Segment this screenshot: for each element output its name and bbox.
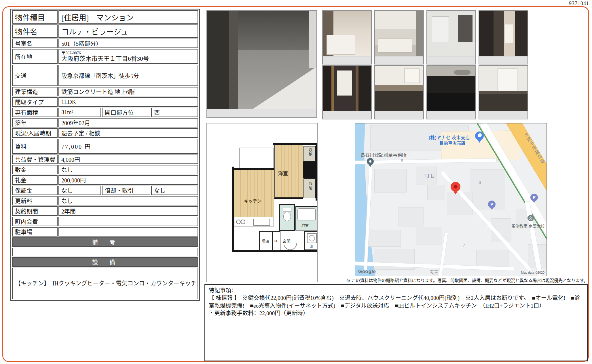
section-banner: 設 備: [12, 257, 198, 267]
section-banner: 備 考: [12, 237, 198, 247]
map-panel[interactable]: (株)ヤナセ 茨木支店 自動車販売店 長谷川登記測量事務所 5 1丁目 6 P …: [355, 123, 547, 276]
thumbnail-caption-strip: [323, 56, 371, 64]
photo-living-window[interactable]: [479, 65, 528, 119]
row-value: なし: [58, 165, 198, 174]
row-value: 501（5階部分）: [58, 39, 198, 48]
map-office-label[interactable]: 長谷川登記測量事務所: [360, 151, 407, 158]
row-value: 77,000 円: [58, 139, 198, 154]
table-row: 号室名501（5階部分）: [12, 39, 198, 48]
notes-fee: ・更新事務手数料：22,000円（更新時）: [209, 310, 584, 317]
kitchen-label: キッチン: [244, 198, 261, 204]
row-value: 鉄筋コンクリート造 地上6階: [58, 87, 198, 96]
floorplan-closet-2: 収納: [303, 178, 316, 198]
floorplan-closet-1: 収納: [303, 146, 316, 161]
photo-hallway-vanity[interactable]: [479, 10, 528, 64]
floorplan-kitchen-counter: [234, 217, 274, 226]
thumbnail-caption-strip: [479, 56, 528, 64]
place-pin-icon[interactable]: [367, 158, 374, 165]
floorplan-bedroom: 洋室: [274, 145, 303, 199]
table-row: 礼金200,000円: [12, 175, 198, 185]
property-table: 物件種目[住居用] マンション物件名コルテ・ビラージュ号室名501（5階部分）所…: [10, 9, 200, 301]
photo-room-door[interactable]: [322, 65, 372, 119]
row-label: 物件名: [12, 24, 58, 38]
row-value: なし: [58, 196, 198, 205]
row-label: 町内会費: [12, 217, 58, 226]
row-value: 〒567-0876大阪府茨木市天王１丁目6番30号: [58, 49, 198, 64]
table-row: [12, 248, 198, 256]
shopping-pin-icon[interactable]: [475, 132, 484, 140]
row-value: [住居用] マンション: [58, 10, 198, 24]
row-label: 物件種目: [12, 10, 58, 24]
table-row: 町内会費: [12, 217, 198, 226]
row-value: 西: [151, 108, 198, 117]
school-icon[interactable]: 文: [528, 215, 534, 221]
table-row: 共益費・管理費4,000円: [12, 155, 198, 164]
photo-washroom[interactable]: [322, 10, 372, 64]
thumbnail-caption-strip: [479, 111, 528, 119]
row-value: 2009年02月: [58, 118, 198, 127]
notes-title: 特記事項：: [209, 287, 584, 294]
row-value: なし: [151, 186, 198, 195]
table-row: 敷金なし: [12, 165, 198, 174]
row-label: 建築構造: [12, 87, 58, 96]
row-value: コルテ・ビラージュ: [58, 24, 198, 38]
row-label: 開口部方位: [102, 108, 150, 117]
entrance-label: 玄関: [282, 238, 291, 244]
water-heater-label: 電温: [262, 239, 269, 244]
table-row: 専有面積31m²開口部方位西: [12, 108, 198, 117]
thumbnail-caption-strip: [323, 111, 371, 119]
map-block-number: 7: [463, 243, 465, 247]
thumbnail-image: [375, 11, 423, 56]
row-label: 敷金: [12, 165, 58, 174]
table-row: 保証金なし償却・敷引なし: [12, 186, 198, 195]
photo-caption-strip: [207, 109, 316, 117]
photo-main-balcony[interactable]: [206, 10, 317, 118]
document-number: 9371041: [569, 1, 589, 7]
row-value: 2年間: [58, 206, 198, 216]
row-label: 保証金: [12, 186, 58, 195]
row-label: 専有面積: [12, 108, 58, 117]
table-row: 賃料77,000 円: [12, 139, 198, 154]
google-logo[interactable]: Google: [358, 269, 376, 275]
photo-kitchen-counter[interactable]: [426, 65, 476, 119]
thumbnail-image: [427, 66, 475, 111]
floorplan-shoe-closet: SC: [272, 231, 280, 251]
thumbnail-image: [427, 11, 475, 56]
row-value: 阪急京都線「南茨木」徒歩5分: [58, 65, 198, 86]
table-row: 備 考: [12, 237, 198, 247]
row-label: 共益費・管理費: [12, 155, 58, 164]
thumbnail-image: [479, 66, 528, 111]
table-row: 交通阪急京都線「南茨木」徒歩5分: [12, 65, 198, 86]
bedroom-label: 洋室: [278, 169, 288, 177]
parking-pin-icon[interactable]: P: [488, 201, 496, 208]
row-label: 現況/入居時期: [12, 128, 58, 138]
table-row: 設 備: [12, 257, 198, 267]
thumbnail-caption-strip: [375, 56, 423, 64]
shoe-closet-label: SC: [274, 239, 278, 243]
photo-bathroom-mirror[interactable]: [426, 10, 476, 64]
row-label: 賃料: [12, 139, 58, 154]
row-value: 1LDK: [58, 97, 198, 107]
remarks-empty-cell: [12, 248, 198, 256]
photo-kitchen-window[interactable]: [374, 65, 424, 119]
floorplan-panel: 洋室 収納 収納 キッチン 電温 SC 玄関 浴室 洗: [206, 123, 318, 282]
thumbnail-image: [375, 66, 423, 111]
row-value: 退去予定 / 相談: [58, 128, 198, 138]
parking-pin-icon[interactable]: P: [530, 194, 538, 201]
row-label: 所在地: [12, 49, 58, 64]
table-row: 物件種目[住居用] マンション: [12, 10, 198, 24]
row-value: [58, 217, 198, 226]
map-block-number: 6: [479, 180, 481, 185]
floorplan-water-heater: 電温: [259, 231, 272, 251]
row-label: 号室名: [12, 39, 58, 48]
table-row: 物件名コルテ・ビラージュ: [12, 24, 198, 38]
floorplan-laundry: 洗: [304, 231, 318, 250]
photo-bathroom[interactable]: [374, 10, 424, 64]
row-label: 間取タイプ: [12, 97, 58, 107]
closet-label: 収納: [308, 148, 313, 157]
laundry-label: 洗: [310, 244, 313, 249]
map-school-label[interactable]: 馬渕教室 南茨木校: [511, 223, 545, 229]
property-location-pin-icon[interactable]: [451, 182, 460, 192]
table-row: 更新料なし: [12, 196, 198, 205]
floorplan-kitchen: キッチン: [234, 168, 274, 217]
